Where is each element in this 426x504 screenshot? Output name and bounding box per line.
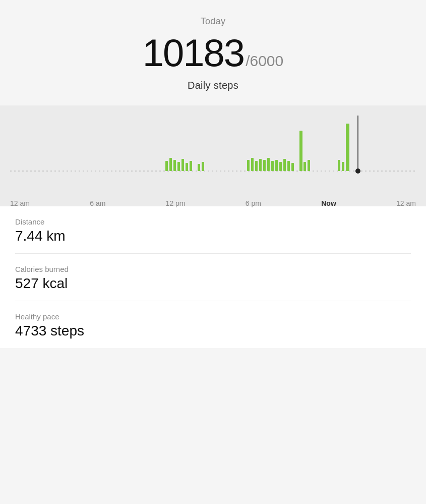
svg-rect-10 [247, 160, 250, 171]
healthy-pace-value: 4733 steps [15, 323, 411, 339]
distance-label: Distance [15, 217, 411, 226]
svg-rect-26 [342, 162, 344, 171]
svg-rect-27 [346, 124, 349, 171]
svg-rect-1 [165, 161, 168, 171]
time-label-12am-end: 12 am [396, 199, 416, 207]
daily-steps-label: Daily steps [10, 80, 416, 91]
stats-section: Distance 7.44 km Calories burned 527 kca… [0, 206, 426, 348]
svg-rect-25 [338, 160, 340, 171]
svg-rect-13 [259, 159, 262, 171]
svg-rect-2 [169, 158, 172, 171]
distance-value: 7.44 km [15, 228, 411, 244]
svg-rect-21 [291, 163, 294, 171]
chart-section: 12 am 6 am 12 pm 6 pm Now 12 am [0, 105, 426, 206]
svg-rect-4 [177, 162, 180, 171]
svg-point-29 [355, 169, 360, 174]
healthy-pace-label: Healthy pace [15, 312, 411, 321]
steps-count-row: 10183 /6000 [10, 31, 416, 75]
steps-chart [10, 116, 416, 186]
calories-value: 527 kcal [15, 275, 411, 292]
svg-rect-9 [202, 162, 204, 171]
today-label: Today [10, 16, 416, 27]
steps-main-value: 10183 [143, 31, 244, 75]
chart-svg-container [0, 116, 426, 196]
time-label-12am-start: 12 am [10, 199, 30, 207]
time-label-now: Now [321, 199, 336, 207]
time-label-12pm: 12 pm [166, 199, 186, 207]
svg-rect-23 [303, 162, 306, 171]
svg-rect-22 [299, 131, 302, 171]
svg-rect-18 [279, 162, 282, 171]
svg-rect-15 [267, 158, 270, 171]
calories-row: Calories burned 527 kcal [15, 254, 411, 301]
svg-rect-5 [181, 159, 184, 171]
distance-row: Distance 7.44 km [15, 206, 411, 254]
svg-rect-16 [271, 161, 274, 171]
svg-rect-12 [255, 161, 258, 171]
svg-rect-7 [190, 161, 192, 171]
time-label-6am: 6 am [90, 199, 105, 207]
time-axis: 12 am 6 am 12 pm 6 pm Now 12 am [0, 196, 426, 211]
steps-goal-value: /6000 [246, 52, 283, 70]
svg-rect-6 [186, 163, 188, 171]
svg-rect-19 [283, 159, 286, 171]
svg-rect-20 [287, 161, 290, 171]
healthy-pace-row: Healthy pace 4733 steps [15, 301, 411, 348]
svg-rect-3 [173, 160, 176, 171]
svg-rect-8 [198, 164, 200, 171]
svg-rect-24 [308, 160, 310, 171]
svg-rect-14 [263, 160, 266, 171]
time-label-6pm: 6 pm [246, 199, 261, 207]
header-section: Today 10183 /6000 Daily steps [0, 0, 426, 105]
calories-label: Calories burned [15, 265, 411, 273]
svg-rect-11 [251, 158, 254, 171]
svg-rect-17 [275, 160, 278, 171]
